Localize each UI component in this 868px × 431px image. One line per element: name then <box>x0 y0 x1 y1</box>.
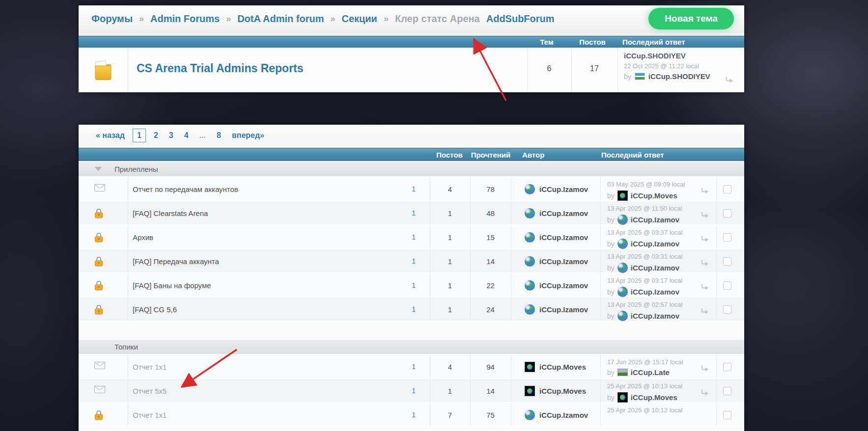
jump-to-last-post-icon[interactable] <box>701 308 709 317</box>
topic-reads-count: 94 <box>470 355 511 379</box>
divider <box>600 201 601 224</box>
topic-last-reply: 17 Jun 2025 @ 15:17 local by iCCup.Late <box>607 357 683 377</box>
last-reply-date: 13 Apr 2025 @ 03:17 local <box>607 277 682 284</box>
topic-checkbox[interactable] <box>723 305 731 314</box>
last-reply-by-user-link[interactable]: iCCup.SHODIYEV <box>648 72 710 81</box>
divider <box>716 177 717 200</box>
last-reply-date: 13 Apr 2025 @ 02:57 local <box>607 301 682 308</box>
envelope-icon <box>94 386 105 395</box>
author-name-link[interactable]: iCCup.Izamov <box>539 257 588 266</box>
jump-to-last-post-icon[interactable] <box>701 389 709 398</box>
by-label: by <box>607 312 615 320</box>
topic-title-link[interactable]: Отчет по передачам аккаунтов <box>133 177 238 201</box>
topic-page-link[interactable]: 1 <box>397 379 416 403</box>
topic-title-link[interactable]: [FAQ] Clearstats Arena <box>133 201 208 225</box>
pagination-page[interactable]: 3 <box>169 131 173 140</box>
topic-title-link[interactable]: [FAQ] Передача аккаунта <box>133 249 219 273</box>
topic-page-link[interactable]: 1 <box>397 403 416 427</box>
jump-to-last-post-icon[interactable] <box>701 365 709 374</box>
author-name-link[interactable]: iCCup.Izamov <box>539 411 588 419</box>
author-name-link[interactable]: iCCup.Izamov <box>539 209 588 217</box>
pagination-page[interactable]: 8 <box>217 131 221 140</box>
topic-checkbox[interactable] <box>723 209 731 217</box>
topic-checkbox[interactable] <box>723 257 731 266</box>
last-reply-by-user-link[interactable]: iCCup.Izamov <box>631 240 679 248</box>
divider <box>128 297 128 321</box>
topic-page-link[interactable]: 1 <box>397 249 416 273</box>
last-reply-by-user-link[interactable]: iCCup.Late <box>631 368 670 377</box>
topic-posts-count: 1 <box>430 297 470 322</box>
author-name-link[interactable]: iCCup.Moves <box>539 363 586 371</box>
topic-page-link[interactable]: 1 <box>397 225 416 249</box>
topic-title-link[interactable]: Архив <box>133 225 153 249</box>
pagination-next[interactable]: вперед» <box>232 131 264 140</box>
author-name-link[interactable]: iCCup.Izamov <box>539 305 588 314</box>
jump-to-last-post-icon[interactable] <box>726 77 733 85</box>
divider <box>128 225 128 248</box>
topic-checkbox[interactable] <box>723 387 731 395</box>
uz-flag-avatar-icon <box>635 73 645 80</box>
topic-page-link[interactable]: 1 <box>397 355 416 379</box>
breadcrumb-link-dota-admin-forum[interactable]: DotA Admin forum <box>237 13 324 25</box>
topic-checkbox[interactable] <box>723 363 731 371</box>
divider <box>600 273 601 296</box>
topic-title-link[interactable]: Отчет 1x1 <box>133 403 167 427</box>
last-reply-by-user-link[interactable]: iCCup.Izamov <box>631 216 679 224</box>
pagination-page[interactable]: 4 <box>184 131 189 140</box>
author-name-link[interactable]: iCCup.Izamov <box>539 185 588 193</box>
last-reply-by-user-link[interactable]: iCCup.Izamov <box>631 264 679 272</box>
author-name-link[interactable]: iCCup.Izamov <box>539 281 588 290</box>
pagination-page[interactable]: 2 <box>154 131 158 140</box>
breadcrumb-link-forums[interactable]: Форумы <box>91 13 133 25</box>
topic-checkbox[interactable] <box>723 411 731 419</box>
author-name-link[interactable]: iCCup.Izamov <box>539 233 588 242</box>
section-label: Прилеплены <box>114 165 158 173</box>
pagination-current-page[interactable]: 1 <box>133 129 146 142</box>
topic-page-link[interactable]: 1 <box>397 201 416 225</box>
topic-author: iCCup.Izamov <box>525 249 588 273</box>
topic-row: [FAQ] Clearstats Arena 1 1 48 iCCup.Izam… <box>79 201 744 225</box>
jump-to-last-post-icon[interactable] <box>701 212 709 220</box>
jump-to-last-post-icon[interactable] <box>701 236 709 244</box>
pagination-prev[interactable]: « назад <box>96 131 125 140</box>
new-topic-button[interactable]: Новая тема <box>648 8 734 29</box>
topic-title-link[interactable]: Отчет 5x5 <box>133 379 167 403</box>
breadcrumb-link-sections[interactable]: Секции <box>341 13 377 25</box>
topic-page-link[interactable]: 1 <box>397 273 416 297</box>
last-reply-by-user-link[interactable]: iCCup.Moves <box>631 393 677 402</box>
topic-page-link[interactable]: 1 <box>397 177 416 201</box>
topic-author: iCCup.Moves <box>525 355 586 379</box>
topic-last-reply: 25 Apr 2025 @ 10:12 local <box>607 405 682 414</box>
last-reply-by-user-link[interactable]: iCCup.Izamov <box>631 288 679 296</box>
topic-checkbox[interactable] <box>723 185 731 193</box>
divider <box>600 379 601 402</box>
last-reply-by-user-link[interactable]: iCCup.Moves <box>631 191 677 200</box>
author-name-link[interactable]: iCCup.Moves <box>539 387 586 395</box>
topic-page-link[interactable]: 1 <box>397 297 416 322</box>
column-header-author: Автор <box>522 148 544 162</box>
topic-checkbox[interactable] <box>723 281 731 290</box>
jump-to-last-post-icon[interactable] <box>701 260 709 269</box>
divider <box>716 297 717 321</box>
divider <box>600 355 601 378</box>
topic-checkbox[interactable] <box>723 233 731 242</box>
jump-to-last-post-icon[interactable] <box>701 188 709 196</box>
globe-avatar-icon <box>525 256 535 267</box>
topic-title-link[interactable]: [FAQ] CG 5,6 <box>133 297 177 322</box>
add-subforum-link[interactable]: AddSubForum <box>486 13 555 25</box>
topic-title-link[interactable]: Отчет 1x1 <box>133 355 167 379</box>
topic-title-link[interactable]: [FAQ] Баны на форуме <box>133 273 211 297</box>
divider <box>511 201 511 224</box>
last-reply-user-link[interactable]: iCCup.SHODIYEV <box>624 52 710 60</box>
last-reply-by-user-link[interactable]: iCCup.Izamov <box>631 312 679 320</box>
jump-to-last-post-icon[interactable] <box>701 284 709 293</box>
pagination-ellipsis: ... <box>199 131 206 140</box>
divider <box>600 177 601 200</box>
column-header-last-reply: Последний ответ <box>622 36 685 48</box>
last-reply-date: 17 Jun 2025 @ 15:17 local <box>607 358 683 366</box>
topic-posts-count: 1 <box>430 201 470 225</box>
subforum-title-link[interactable]: CS Arena Trial Admins Reports <box>137 62 304 75</box>
collapse-triangle-icon[interactable] <box>95 167 102 171</box>
breadcrumb-link-admin-forums[interactable]: Admin Forums <box>150 13 220 25</box>
by-label: by <box>607 369 615 377</box>
